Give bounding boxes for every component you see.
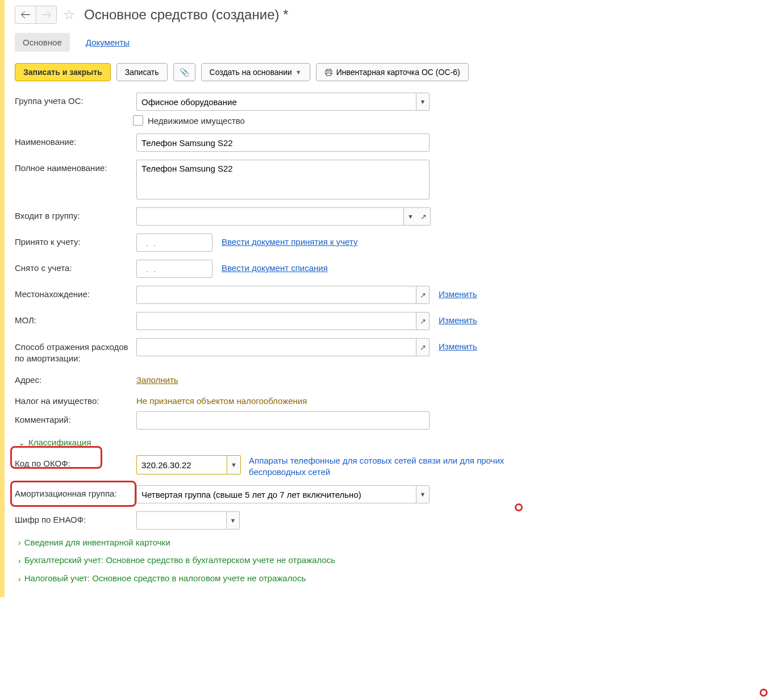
nu-header-label: Налоговый учет: Основное средство в нало… bbox=[24, 573, 306, 583]
fill-address-link[interactable]: Заполнить bbox=[136, 372, 178, 385]
expense-change-link[interactable]: Изменить bbox=[439, 338, 477, 351]
enaof-label: Шифр по ЕНАОФ: bbox=[15, 511, 133, 524]
removed-date-input[interactable] bbox=[136, 260, 212, 278]
okof-dropdown-button[interactable]: ▼ bbox=[227, 456, 240, 474]
create-based-button[interactable]: Создать на основании ▼ bbox=[201, 63, 310, 81]
inventory-section-header[interactable]: › Сведения для инвентарной карточки bbox=[18, 538, 761, 547]
create-based-label: Создать на основании bbox=[210, 68, 292, 77]
expense-open-button[interactable]: ↗ bbox=[416, 338, 430, 356]
expense-input[interactable] bbox=[136, 338, 416, 356]
mol-label: МОЛ: bbox=[15, 312, 133, 325]
page-title: Основное средство (создание) * bbox=[84, 7, 288, 23]
ingroup-open-button[interactable]: ↗ bbox=[417, 207, 431, 226]
name-input[interactable] bbox=[136, 134, 430, 152]
ingroup-label: Входит в группу: bbox=[15, 207, 133, 220]
chevron-down-icon: ▼ bbox=[295, 69, 302, 76]
nav-forward-button[interactable]: 🡢 bbox=[36, 6, 56, 23]
enaof-input[interactable] bbox=[136, 511, 226, 530]
group-label: Группа учета ОС: bbox=[15, 93, 133, 106]
mol-change-link[interactable]: Изменить bbox=[439, 312, 477, 325]
bu-header-label: Бухгалтерский учет: Основное средство в … bbox=[24, 555, 335, 565]
chevron-right-icon: › bbox=[18, 538, 21, 547]
save-close-button[interactable]: Записать и закрыть bbox=[15, 63, 111, 81]
inventory-card-label: Инвентарная карточка ОС (ОС-6) bbox=[336, 68, 460, 77]
ingroup-input[interactable] bbox=[136, 207, 403, 226]
accepted-label: Принято к учету: bbox=[15, 234, 133, 247]
nav-back-button[interactable]: 🡠 bbox=[15, 6, 36, 23]
chevron-right-icon: › bbox=[18, 555, 21, 565]
inventory-header-label: Сведения для инвентарной карточки bbox=[24, 538, 170, 547]
okof-input[interactable] bbox=[137, 456, 227, 474]
location-change-link[interactable]: Изменить bbox=[439, 286, 477, 299]
expense-label: Способ отражения расходов по амортизации… bbox=[15, 338, 133, 364]
chevron-down-icon: ⌄ bbox=[18, 438, 25, 447]
amort-input[interactable] bbox=[136, 485, 416, 503]
group-input[interactable] bbox=[136, 93, 416, 111]
bu-section-header[interactable]: › Бухгалтерский учет: Основное средство … bbox=[18, 555, 336, 565]
annotation-dot-icon bbox=[515, 503, 523, 511]
tab-main[interactable]: Основное bbox=[15, 33, 70, 52]
svg-rect-2 bbox=[326, 73, 331, 76]
tab-documents[interactable]: Документы bbox=[78, 33, 137, 52]
immovable-label: Недвижимое имущество bbox=[148, 116, 245, 126]
chevron-right-icon: › bbox=[18, 573, 21, 584]
accepted-date-input[interactable] bbox=[136, 234, 212, 252]
fullname-label: Полное наименование: bbox=[15, 160, 133, 173]
classification-section-header[interactable]: ⌄ Классификация bbox=[18, 438, 761, 447]
classification-header-label: Классификация bbox=[28, 438, 91, 447]
tax-label: Налог на имущество: bbox=[15, 393, 133, 406]
amort-dropdown-button[interactable]: ▼ bbox=[416, 485, 430, 503]
name-label: Наименование: bbox=[15, 134, 133, 147]
tax-value: Не признается объектом налогообложения bbox=[136, 393, 307, 406]
removed-doc-link[interactable]: Ввести документ списания bbox=[222, 260, 328, 273]
location-input[interactable] bbox=[136, 286, 416, 304]
printer-icon bbox=[324, 68, 333, 77]
save-button[interactable]: Записать bbox=[116, 63, 168, 81]
location-open-button[interactable]: ↗ bbox=[416, 286, 430, 304]
paperclip-icon: 📎 bbox=[180, 68, 189, 77]
svg-rect-1 bbox=[326, 69, 331, 70]
star-icon[interactable]: ☆ bbox=[61, 7, 77, 23]
location-label: Местонахождение: bbox=[15, 286, 133, 299]
group-dropdown-button[interactable]: ▼ bbox=[416, 93, 430, 111]
comment-label: Комментарий: bbox=[15, 411, 133, 424]
okof-label: Код по ОКОФ: bbox=[15, 455, 133, 468]
address-label: Адрес: bbox=[15, 372, 133, 385]
comment-input[interactable] bbox=[136, 411, 430, 430]
mol-input[interactable] bbox=[136, 312, 416, 330]
mol-open-button[interactable]: ↗ bbox=[416, 312, 430, 330]
immovable-checkbox[interactable] bbox=[133, 115, 143, 126]
ingroup-dropdown-button[interactable]: ▼ bbox=[403, 207, 417, 226]
accepted-doc-link[interactable]: Ввести документ принятия к учету bbox=[222, 234, 357, 247]
fullname-input[interactable] bbox=[136, 160, 430, 199]
okof-description: Аппараты телефонные для сотовых сетей св… bbox=[249, 455, 533, 477]
inventory-card-button[interactable]: Инвентарная карточка ОС (ОС-6) bbox=[316, 63, 469, 81]
attach-button[interactable]: 📎 bbox=[173, 63, 195, 81]
enaof-dropdown-button[interactable]: ▼ bbox=[226, 511, 240, 530]
amort-label: Амортизационная группа: bbox=[15, 485, 133, 498]
nu-section-header[interactable]: › Налоговый учет: Основное средство в на… bbox=[18, 573, 325, 584]
removed-label: Снято с учета: bbox=[15, 260, 133, 273]
